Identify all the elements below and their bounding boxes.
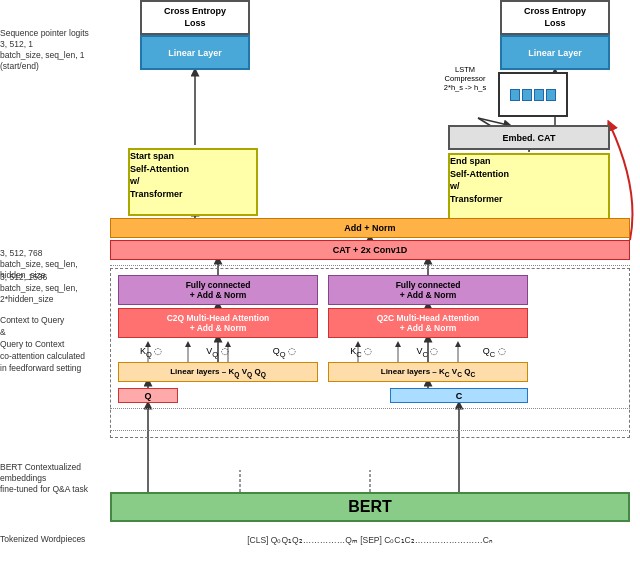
- diagram-container: Sequence pointer logits 3, 512, 1 batch_…: [0, 0, 640, 578]
- cat-conv-bar: CAT + 2x Conv1D: [110, 240, 630, 260]
- token-bar: [CLS] Q₀Q₁Q₂……………Qₘ [SEP] C₀C₁C₂………………………: [110, 530, 630, 550]
- embed-cat-label: Embed. CAT: [503, 133, 556, 143]
- kc-label: KC ◌: [350, 346, 372, 359]
- kvq-labels-left: KQ ◌ VQ ◌ QQ ◌: [118, 342, 318, 362]
- c-input-box: C: [390, 388, 528, 403]
- embed-cat-box: Embed. CAT: [448, 125, 610, 150]
- dotted-row: [110, 415, 630, 445]
- linear-layers-left-bar: Linear layers – KQ VQ QQ: [118, 362, 318, 382]
- cross-entropy-left-label: Cross Entropy Loss: [164, 6, 226, 29]
- linear-layers-bottom-label: [152, 442, 379, 466]
- batch-2hidden-label: batch_size, seq_len, 2*hidden_size: [0, 283, 78, 304]
- lstm-cells-box: [498, 72, 568, 117]
- cross-entropy-right-label: Cross Entropy Loss: [524, 6, 586, 29]
- c-input-label: C: [456, 391, 463, 401]
- start-span-box: Start span Self-Attention w/ Transformer: [128, 148, 258, 216]
- seq-pointer-annotation: Sequence pointer logits 3, 512, 1 batch_…: [0, 28, 105, 72]
- linear-layers-right-bar: Linear layers – KC VC QC: [328, 362, 528, 382]
- linear-layer-left-box: Linear Layer: [140, 35, 250, 70]
- kq-label: KQ ◌: [140, 346, 162, 359]
- kvq-labels-right: KC ◌ VC ◌ QC ◌: [328, 342, 528, 362]
- tokenized-annotation: Tokenized Wordpieces: [0, 534, 105, 545]
- fc-right-box: Fully connected + Add & Norm: [328, 275, 528, 305]
- tokenized-label: Tokenized Wordpieces: [0, 534, 85, 544]
- lstm-cell-4: [546, 89, 556, 101]
- bert-annotation: BERT Contextualized embeddings fine-tune…: [0, 462, 105, 495]
- dim3-annotation: 3, 512, 1536 batch_size, seq_len, 2*hidd…: [0, 272, 105, 305]
- qq-label: QQ ◌: [273, 346, 296, 359]
- end-span-box: End span Self-Attention w/ Transformer: [448, 153, 610, 221]
- linear-layer-left-label: Linear Layer: [168, 48, 222, 58]
- cross-entropy-right-box: Cross Entropy Loss: [500, 0, 610, 35]
- context-query-annotation: Context to Query & Query to Context co-a…: [0, 315, 105, 374]
- dim3-label: 3, 512, 1536: [0, 272, 47, 282]
- vq-label: VQ ◌: [206, 346, 228, 359]
- dotted-line-2: [110, 408, 630, 409]
- bert-bar: BERT: [110, 492, 630, 522]
- dim2-label: 3, 512, 768: [0, 248, 43, 258]
- dotted-line-1: [110, 265, 630, 266]
- linear-layer-right-label: Linear Layer: [528, 48, 582, 58]
- linear-layer-right-box: Linear Layer: [500, 35, 610, 70]
- q-input-box: Q: [118, 388, 178, 403]
- dim1-label: 3, 512, 1: [0, 39, 33, 49]
- lstm-cell-3: [534, 89, 544, 101]
- c2q-box: C2Q Multi-Head Attention + Add & Norm: [118, 308, 318, 338]
- tokens-label: [CLS] Q₀Q₁Q₂……………Qₘ [SEP] C₀C₁C₂………………………: [247, 535, 493, 545]
- add-norm-bar: Add + Norm: [110, 218, 630, 238]
- linear-layers-left-label: Linear layers – KQ VQ QQ: [170, 367, 266, 378]
- lstm-label: LSTM Compressor 2*h_s -> h_s: [430, 65, 500, 92]
- fc-left-box: Fully connected + Add & Norm: [118, 275, 318, 305]
- seq-pointer-label: Sequence pointer logits: [0, 28, 89, 38]
- q2c-box: Q2C Multi-Head Attention + Add & Norm: [328, 308, 528, 338]
- q-input-label: Q: [144, 391, 151, 401]
- svg-line-4: [478, 118, 508, 125]
- cross-entropy-left-box: Cross Entropy Loss: [140, 0, 250, 35]
- linear-layers-right-label: Linear layers – KC VC QC: [381, 367, 476, 378]
- batch-start-end-label: batch_size, seq_len, 1 (start/end): [0, 50, 85, 71]
- lstm-cell-1: [510, 89, 520, 101]
- bert-label: BERT: [348, 498, 392, 516]
- cat-conv-label: CAT + 2x Conv1D: [333, 245, 408, 255]
- lstm-cell-2: [522, 89, 532, 101]
- qc-label: QC ◌: [483, 346, 506, 359]
- vc-label: VC ◌: [417, 346, 439, 359]
- add-norm-label: Add + Norm: [344, 223, 395, 233]
